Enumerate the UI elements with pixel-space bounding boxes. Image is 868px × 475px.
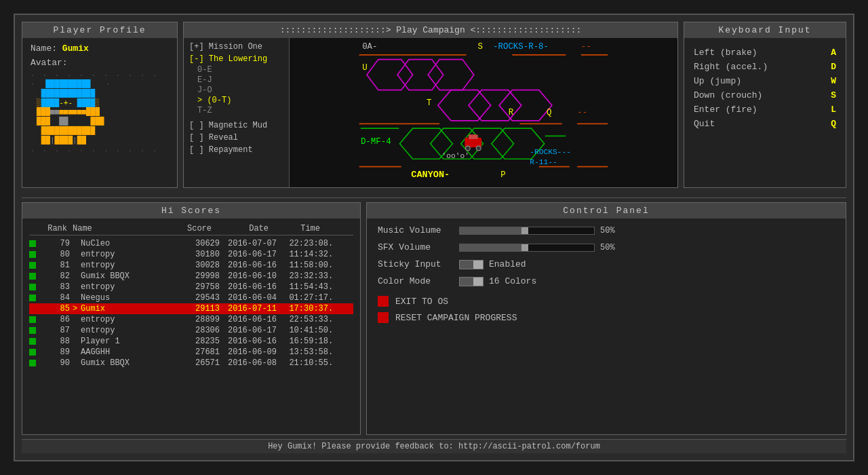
score-score: 27681 — [169, 347, 220, 357]
rank-indicator — [29, 305, 36, 312]
score-row-86[interactable]: 86 entropy 28899 2016-06-16 22:53:33 . — [29, 314, 353, 325]
scores-list: 79 NuCleo 30629 2016-07-07 22:23:08 . 80… — [29, 238, 353, 368]
score-rank: 90 — [39, 358, 73, 368]
sticky-input-value: Enabled — [489, 259, 526, 269]
map-area: 0A- S -ROCKS-R-8- -- U — [289, 38, 677, 187]
score-rank: 81 — [39, 261, 73, 270]
hiscores-panel: Hi Scores Rank Name Score Date Time 79 N… — [22, 202, 361, 435]
scores-col-dot — [320, 224, 328, 233]
sub-tz[interactable]: T-Z — [189, 106, 283, 115]
music-volume-row: Music Volume 50% — [378, 225, 835, 235]
avatar-art: ██████████ ████████████ ░████-+- ████░ █… — [37, 79, 104, 145]
name-label: Name: — [31, 43, 57, 54]
svg-rect-0 — [359, 38, 608, 187]
score-time: 17:30:37 — [281, 304, 328, 314]
mission-list: [+] Mission One [-] The Lowering 0-E E-J… — [184, 38, 289, 187]
action-buttons: EXIT TO OS RESET CAMPAIGN PROGRESS — [378, 296, 835, 323]
score-row-89[interactable]: 89 AAGGHH 27681 2016-06-09 13:53:58 . — [29, 347, 353, 358]
svg-rect-28 — [469, 134, 478, 139]
key-left: Left (brake) A — [694, 48, 836, 58]
slider-thumb[interactable] — [521, 227, 528, 234]
sub-0e[interactable]: 0-E — [189, 65, 283, 75]
score-rank: 84 — [39, 293, 73, 303]
score-row-88[interactable]: 88 Player 1 28235 2016-06-16 16:59:18 . — [29, 336, 353, 347]
key-right-label: Right (accel.) — [694, 62, 823, 72]
control-panel: Control Panel Music Volume 50% SFX Volum… — [366, 202, 846, 435]
reset-button[interactable]: RESET CAMPAIGN PROGRESS — [395, 313, 517, 323]
score-score: 30028 — [169, 261, 220, 270]
key-enter: Enter (fire) L — [694, 104, 836, 115]
key-left-label: Left (brake) — [694, 48, 823, 58]
sfx-volume-slider[interactable] — [459, 244, 595, 252]
bottom-row: Hi Scores Rank Name Score Date Time 79 N… — [22, 202, 846, 435]
score-row-81[interactable]: 81 entropy 30028 2016-06-16 11:58:00 . — [29, 260, 353, 271]
music-volume-slider[interactable] — [459, 227, 595, 235]
mission-the-lowering[interactable]: [-] The Lowering — [189, 54, 283, 64]
color-mode-toggle[interactable] — [459, 277, 484, 286]
key-up-value: W — [823, 76, 836, 86]
sticky-input-toggle[interactable] — [459, 260, 484, 269]
player-name-value: Gumix — [62, 43, 89, 54]
score-rank: 88 — [39, 337, 73, 346]
key-enter-label: Enter (fire) — [694, 104, 823, 115]
score-name: entropy — [81, 315, 169, 324]
campaign-body: [+] Mission One [-] The Lowering 0-E E-J… — [184, 38, 677, 187]
exit-btn-row: EXIT TO OS — [378, 296, 835, 307]
player-profile-header: Player Profile — [22, 22, 177, 38]
score-rank: 80 — [39, 250, 73, 259]
score-rank: 85 — [39, 304, 73, 314]
sub-0t[interactable]: > (0-T) — [189, 96, 283, 105]
score-row-84[interactable]: 84 Neegus 29543 2016-06-04 01:27:17 . — [29, 292, 353, 303]
key-right: Right (accel.) D — [694, 62, 836, 72]
mission-one[interactable]: [+] Mission One — [189, 42, 283, 52]
exit-button[interactable]: EXIT TO OS — [395, 297, 448, 307]
score-date: 2016-06-16 — [220, 337, 281, 346]
color-mode-label: Color Mode — [378, 276, 459, 286]
score-date: 2016-07-07 — [220, 239, 281, 248]
hiscores-header: Hi Scores — [22, 203, 360, 218]
reset-icon — [378, 312, 389, 323]
slider-thumb[interactable] — [521, 244, 528, 251]
sub-ej[interactable]: E-J — [189, 75, 283, 85]
sfx-volume-row: SFX Volume 50% — [378, 242, 835, 252]
score-name: Gumix BBQX — [81, 358, 169, 368]
score-row-87[interactable]: 87 entropy 28306 2016-06-17 10:41:50 . — [29, 325, 353, 336]
score-rank: 79 — [39, 239, 73, 248]
score-dot: . — [328, 293, 336, 303]
key-right-value: D — [823, 62, 836, 72]
score-row-83[interactable]: 83 entropy 29758 2016-06-16 11:54:43 . — [29, 282, 353, 292]
mission-magnetic[interactable]: [ ] Magnetic Mud — [189, 121, 283, 130]
keyboard-panel: Keyboard Input Left (brake) A Right (acc… — [684, 22, 846, 188]
music-volume-value: 50% — [600, 226, 615, 235]
score-dot: . — [328, 304, 336, 314]
score-row-85[interactable]: 85 > Gumix 29113 2016-07-11 17:30:37 . — [29, 303, 353, 314]
score-name: Gumix — [81, 304, 169, 314]
avatar-label: Avatar: — [31, 58, 169, 68]
sub-jo[interactable]: J-O — [189, 86, 283, 95]
score-time: 22:23:08 — [281, 239, 328, 248]
score-score: 28235 — [169, 337, 220, 346]
score-row-79[interactable]: 79 NuCleo 30629 2016-07-07 22:23:08 . — [29, 238, 353, 249]
mission-reveal[interactable]: [ ] Reveal — [189, 133, 283, 142]
svg-text:Q: Q — [547, 108, 551, 117]
campaign-header: ::::::::::::::::::::> Play Campaign <:::… — [184, 22, 677, 38]
scores-col-rank: Rank — [39, 224, 73, 233]
score-score: 28899 — [169, 315, 220, 324]
player-name-row: Name: Gumix — [31, 43, 169, 54]
key-bindings: Left (brake) A Right (accel.) D Up (jump… — [694, 48, 836, 129]
score-row-90[interactable]: 90 Gumix BBQX 26571 2016-06-08 21:10:55 … — [29, 358, 353, 368]
score-name: entropy — [81, 261, 169, 270]
score-date: 2016-06-16 — [220, 282, 281, 292]
rank-indicator — [29, 316, 36, 323]
score-dot: . — [328, 326, 336, 335]
mission-repayment[interactable]: [ ] Repayment — [189, 145, 283, 155]
score-row-82[interactable]: 82 Gumix BBQX 29998 2016-06-10 23:32:33 … — [29, 271, 353, 282]
arrow-indicator: > — [73, 304, 81, 314]
score-score: 30180 — [169, 250, 220, 259]
sticky-input-label: Sticky Input — [378, 259, 459, 269]
rank-indicator — [29, 240, 36, 247]
score-rank: 82 — [39, 271, 73, 281]
avatar-dot-right: . — [106, 79, 110, 87]
score-dot: . — [328, 271, 336, 281]
score-row-80[interactable]: 80 entropy 30180 2016-06-17 11:14:32 . — [29, 249, 353, 260]
